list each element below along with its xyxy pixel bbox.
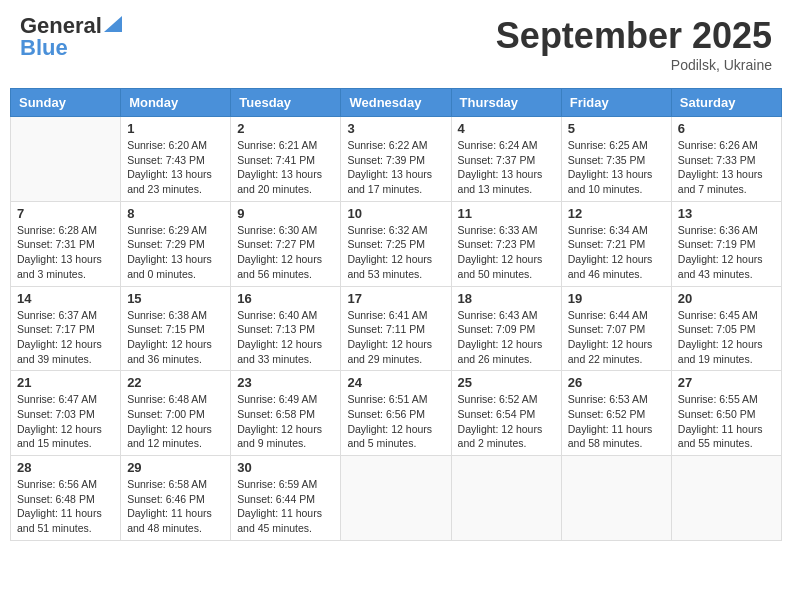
day-detail: Sunrise: 6:58 AMSunset: 6:46 PMDaylight:…: [127, 477, 224, 536]
day-number: 3: [347, 121, 444, 136]
day-number: 20: [678, 291, 775, 306]
day-detail: Sunrise: 6:20 AMSunset: 7:43 PMDaylight:…: [127, 138, 224, 197]
day-number: 22: [127, 375, 224, 390]
day-detail: Sunrise: 6:28 AMSunset: 7:31 PMDaylight:…: [17, 223, 114, 282]
col-saturday: Saturday: [671, 89, 781, 117]
day-number: 7: [17, 206, 114, 221]
day-number: 8: [127, 206, 224, 221]
table-row: 10Sunrise: 6:32 AMSunset: 7:25 PMDayligh…: [341, 201, 451, 286]
table-row: 6Sunrise: 6:26 AMSunset: 7:33 PMDaylight…: [671, 117, 781, 202]
day-number: 23: [237, 375, 334, 390]
table-row: 22Sunrise: 6:48 AMSunset: 7:00 PMDayligh…: [121, 371, 231, 456]
day-detail: Sunrise: 6:32 AMSunset: 7:25 PMDaylight:…: [347, 223, 444, 282]
location-text: Podilsk, Ukraine: [496, 57, 772, 73]
day-detail: Sunrise: 6:36 AMSunset: 7:19 PMDaylight:…: [678, 223, 775, 282]
table-row: [11, 117, 121, 202]
calendar-week-row: 21Sunrise: 6:47 AMSunset: 7:03 PMDayligh…: [11, 371, 782, 456]
table-row: 16Sunrise: 6:40 AMSunset: 7:13 PMDayligh…: [231, 286, 341, 371]
day-detail: Sunrise: 6:24 AMSunset: 7:37 PMDaylight:…: [458, 138, 555, 197]
calendar-week-row: 1Sunrise: 6:20 AMSunset: 7:43 PMDaylight…: [11, 117, 782, 202]
day-detail: Sunrise: 6:49 AMSunset: 6:58 PMDaylight:…: [237, 392, 334, 451]
day-detail: Sunrise: 6:37 AMSunset: 7:17 PMDaylight:…: [17, 308, 114, 367]
table-row: 26Sunrise: 6:53 AMSunset: 6:52 PMDayligh…: [561, 371, 671, 456]
col-wednesday: Wednesday: [341, 89, 451, 117]
day-detail: Sunrise: 6:22 AMSunset: 7:39 PMDaylight:…: [347, 138, 444, 197]
table-row: 1Sunrise: 6:20 AMSunset: 7:43 PMDaylight…: [121, 117, 231, 202]
day-detail: Sunrise: 6:55 AMSunset: 6:50 PMDaylight:…: [678, 392, 775, 451]
day-number: 19: [568, 291, 665, 306]
table-row: 15Sunrise: 6:38 AMSunset: 7:15 PMDayligh…: [121, 286, 231, 371]
svg-marker-0: [104, 16, 122, 32]
month-title-block: September 2025 Podilsk, Ukraine: [496, 15, 772, 73]
day-detail: Sunrise: 6:51 AMSunset: 6:56 PMDaylight:…: [347, 392, 444, 451]
table-row: 8Sunrise: 6:29 AMSunset: 7:29 PMDaylight…: [121, 201, 231, 286]
day-number: 27: [678, 375, 775, 390]
day-number: 18: [458, 291, 555, 306]
calendar-table: Sunday Monday Tuesday Wednesday Thursday…: [10, 88, 782, 541]
day-number: 29: [127, 460, 224, 475]
day-detail: Sunrise: 6:34 AMSunset: 7:21 PMDaylight:…: [568, 223, 665, 282]
logo: General Blue: [20, 15, 122, 59]
day-detail: Sunrise: 6:56 AMSunset: 6:48 PMDaylight:…: [17, 477, 114, 536]
logo-icon: [104, 16, 122, 32]
logo-general-text: General: [20, 15, 102, 37]
day-number: 28: [17, 460, 114, 475]
table-row: 3Sunrise: 6:22 AMSunset: 7:39 PMDaylight…: [341, 117, 451, 202]
day-number: 9: [237, 206, 334, 221]
table-row: 5Sunrise: 6:25 AMSunset: 7:35 PMDaylight…: [561, 117, 671, 202]
table-row: 24Sunrise: 6:51 AMSunset: 6:56 PMDayligh…: [341, 371, 451, 456]
table-row: 20Sunrise: 6:45 AMSunset: 7:05 PMDayligh…: [671, 286, 781, 371]
day-detail: Sunrise: 6:48 AMSunset: 7:00 PMDaylight:…: [127, 392, 224, 451]
logo-blue-text: Blue: [20, 37, 68, 59]
table-row: 17Sunrise: 6:41 AMSunset: 7:11 PMDayligh…: [341, 286, 451, 371]
day-detail: Sunrise: 6:43 AMSunset: 7:09 PMDaylight:…: [458, 308, 555, 367]
day-number: 2: [237, 121, 334, 136]
table-row: 23Sunrise: 6:49 AMSunset: 6:58 PMDayligh…: [231, 371, 341, 456]
day-number: 6: [678, 121, 775, 136]
day-detail: Sunrise: 6:53 AMSunset: 6:52 PMDaylight:…: [568, 392, 665, 451]
table-row: [671, 456, 781, 541]
day-number: 12: [568, 206, 665, 221]
col-sunday: Sunday: [11, 89, 121, 117]
col-tuesday: Tuesday: [231, 89, 341, 117]
day-detail: Sunrise: 6:45 AMSunset: 7:05 PMDaylight:…: [678, 308, 775, 367]
month-year-title: September 2025: [496, 15, 772, 57]
calendar-week-row: 28Sunrise: 6:56 AMSunset: 6:48 PMDayligh…: [11, 456, 782, 541]
calendar-week-row: 14Sunrise: 6:37 AMSunset: 7:17 PMDayligh…: [11, 286, 782, 371]
day-number: 30: [237, 460, 334, 475]
table-row: [341, 456, 451, 541]
day-detail: Sunrise: 6:59 AMSunset: 6:44 PMDaylight:…: [237, 477, 334, 536]
table-row: 2Sunrise: 6:21 AMSunset: 7:41 PMDaylight…: [231, 117, 341, 202]
col-thursday: Thursday: [451, 89, 561, 117]
table-row: 27Sunrise: 6:55 AMSunset: 6:50 PMDayligh…: [671, 371, 781, 456]
day-detail: Sunrise: 6:30 AMSunset: 7:27 PMDaylight:…: [237, 223, 334, 282]
table-row: [561, 456, 671, 541]
table-row: 21Sunrise: 6:47 AMSunset: 7:03 PMDayligh…: [11, 371, 121, 456]
day-number: 17: [347, 291, 444, 306]
table-row: 9Sunrise: 6:30 AMSunset: 7:27 PMDaylight…: [231, 201, 341, 286]
day-detail: Sunrise: 6:44 AMSunset: 7:07 PMDaylight:…: [568, 308, 665, 367]
table-row: 12Sunrise: 6:34 AMSunset: 7:21 PMDayligh…: [561, 201, 671, 286]
day-number: 4: [458, 121, 555, 136]
table-row: 18Sunrise: 6:43 AMSunset: 7:09 PMDayligh…: [451, 286, 561, 371]
day-detail: Sunrise: 6:41 AMSunset: 7:11 PMDaylight:…: [347, 308, 444, 367]
day-number: 14: [17, 291, 114, 306]
day-number: 25: [458, 375, 555, 390]
day-detail: Sunrise: 6:52 AMSunset: 6:54 PMDaylight:…: [458, 392, 555, 451]
table-row: 11Sunrise: 6:33 AMSunset: 7:23 PMDayligh…: [451, 201, 561, 286]
day-number: 1: [127, 121, 224, 136]
table-row: 29Sunrise: 6:58 AMSunset: 6:46 PMDayligh…: [121, 456, 231, 541]
day-number: 24: [347, 375, 444, 390]
day-number: 16: [237, 291, 334, 306]
day-number: 11: [458, 206, 555, 221]
header: General Blue September 2025 Podilsk, Ukr…: [10, 10, 782, 78]
table-row: 30Sunrise: 6:59 AMSunset: 6:44 PMDayligh…: [231, 456, 341, 541]
table-row: [451, 456, 561, 541]
table-row: 13Sunrise: 6:36 AMSunset: 7:19 PMDayligh…: [671, 201, 781, 286]
day-number: 21: [17, 375, 114, 390]
table-row: 14Sunrise: 6:37 AMSunset: 7:17 PMDayligh…: [11, 286, 121, 371]
day-detail: Sunrise: 6:47 AMSunset: 7:03 PMDaylight:…: [17, 392, 114, 451]
day-number: 15: [127, 291, 224, 306]
calendar-header-row: Sunday Monday Tuesday Wednesday Thursday…: [11, 89, 782, 117]
table-row: 7Sunrise: 6:28 AMSunset: 7:31 PMDaylight…: [11, 201, 121, 286]
